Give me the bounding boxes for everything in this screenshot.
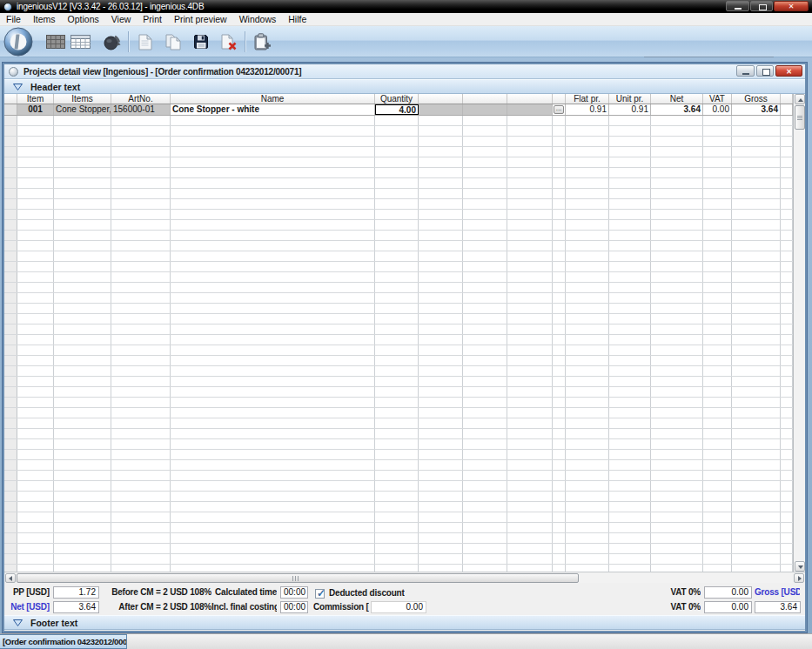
doc-restore-button[interactable] <box>756 65 774 77</box>
footer-text-section-bar[interactable]: Footer text <box>4 615 805 630</box>
right-arrow-icon <box>798 576 802 581</box>
pp-field[interactable]: 1.72 <box>53 586 99 599</box>
clipboard-add-button[interactable] <box>251 29 275 55</box>
vertical-scroll-thumb[interactable] <box>795 105 805 130</box>
table-view-button[interactable] <box>68 29 92 55</box>
cell-empty <box>781 104 793 115</box>
copy-icon <box>165 34 181 50</box>
maximize-button[interactable] <box>750 1 773 11</box>
grid-column <box>651 94 703 572</box>
save-floppy-icon <box>193 34 209 50</box>
menu-windows[interactable]: Windows <box>233 13 283 26</box>
taskbar-item-active[interactable]: [Order confirmation 04232012/00071] <box>0 634 127 649</box>
cell-empty[interactable] <box>507 104 553 115</box>
toolbar: Apply filter after search? <box>0 26 812 57</box>
col-header-empty[interactable] <box>463 94 507 104</box>
cell-net[interactable]: 3.64 <box>651 104 703 115</box>
collapse-triangle-icon[interactable] <box>13 84 23 90</box>
collapse-triangle-icon[interactable] <box>13 619 23 626</box>
scroll-down-button[interactable] <box>795 561 805 572</box>
save-button[interactable] <box>189 29 213 55</box>
cell-artno[interactable]: 156000-01 <box>111 104 171 115</box>
more-options-button[interactable]: ... <box>554 105 564 114</box>
scroll-left-button[interactable] <box>5 573 16 583</box>
col-header-vat[interactable]: VAT <box>703 94 732 104</box>
incl-final-costing-label: Incl. final costing <box>211 601 277 613</box>
menu-hilfe[interactable]: Hilfe <box>282 13 312 26</box>
vat-row2-field[interactable]: 0.00 <box>704 601 752 613</box>
grid-icon <box>46 35 65 49</box>
vat-row2-label: VAT 0% <box>664 601 701 613</box>
grid-column <box>419 94 463 572</box>
copy-button[interactable] <box>161 29 185 55</box>
cell-item[interactable]: 001 <box>17 104 54 115</box>
new-document-button[interactable] <box>133 29 158 55</box>
mdi-workspace: Projects detail view [Ingenious] - [Orde… <box>0 57 812 633</box>
row-gutter[interactable] <box>4 104 17 115</box>
grid-view-button[interactable] <box>44 29 68 55</box>
grid-column <box>781 94 793 572</box>
horizontal-scrollbar[interactable] <box>4 572 805 583</box>
vat-row1-field[interactable]: 0.00 <box>704 586 752 599</box>
scroll-right-button[interactable] <box>794 573 804 583</box>
menu-print[interactable]: Print <box>137 13 168 26</box>
document-titlebar[interactable]: Projects detail view [Ingenious] - [Orde… <box>4 64 805 79</box>
cell-quantity-editing[interactable]: 4.00 <box>375 104 419 115</box>
totals-panel: PP [USD] 1.72 Before CM = 2 USD 108% Cal… <box>4 583 805 615</box>
calculated-time-field[interactable]: 00:00 <box>280 586 308 599</box>
col-header-gross[interactable]: Gross <box>732 94 781 104</box>
col-header-item[interactable]: Item <box>17 94 54 104</box>
app-titlebar: ingeniousV12 [V3.3.42 - 26.03.12] - inge… <box>0 0 812 13</box>
grid-column <box>54 94 111 572</box>
menu-view[interactable]: View <box>105 13 138 26</box>
deducted-discount-checkbox[interactable] <box>315 589 325 599</box>
cell-empty[interactable] <box>463 104 507 115</box>
horizontal-scroll-thumb[interactable] <box>17 573 579 583</box>
application-window: ingeniousV12 [V3.3.42 - 26.03.12] - inge… <box>0 0 812 649</box>
gross-total-field[interactable]: 3.64 <box>755 601 801 613</box>
pp-label: PP [USD] <box>6 586 50 599</box>
menu-print-preview[interactable]: Print preview <box>168 13 233 26</box>
incl-final-costing-field[interactable]: 00:00 <box>280 601 308 613</box>
sync-button[interactable] <box>100 29 124 55</box>
menu-file[interactable]: File <box>0 13 27 26</box>
menu-items[interactable]: Items <box>27 13 62 26</box>
close-button[interactable] <box>774 1 809 11</box>
cell-empty[interactable] <box>419 104 463 115</box>
cell-name[interactable]: Cone Stopper - white <box>171 104 375 115</box>
vertical-scrollbar[interactable] <box>793 94 805 572</box>
ingenious-logo-button[interactable] <box>2 26 35 57</box>
col-header-more[interactable] <box>553 94 566 104</box>
cell-flat-price[interactable]: 0.91 <box>566 104 609 115</box>
table-row[interactable]: 001 Cone Stopper, w 156000-01 Cone Stopp… <box>4 104 793 116</box>
col-header-unit-price[interactable]: Unit pr. <box>609 94 651 104</box>
menu-options[interactable]: Options <box>62 13 105 26</box>
delete-document-button[interactable] <box>217 29 241 55</box>
calculated-time-label: Calculated time <box>211 586 277 599</box>
cell-vat[interactable]: 0.00 <box>703 104 732 115</box>
commission-label: Commission [USD <box>313 601 369 613</box>
net-usd-label: Net [USD] <box>6 601 50 613</box>
grid-columns <box>4 94 793 572</box>
col-header-flat-price[interactable]: Flat pr. <box>566 94 609 104</box>
doc-minimize-button[interactable] <box>736 65 755 77</box>
col-header-quantity[interactable]: Quantity <box>375 94 419 104</box>
cell-items[interactable]: Cone Stopper, w <box>54 104 111 115</box>
scroll-up-button[interactable] <box>795 94 805 104</box>
col-header-net[interactable]: Net <box>651 94 703 104</box>
col-header-empty[interactable] <box>507 94 553 104</box>
commission-field[interactable]: 0.00 <box>371 601 426 613</box>
doc-close-button[interactable] <box>775 65 802 77</box>
cell-gross[interactable]: 3.64 <box>732 104 781 115</box>
thumb-grip-icon <box>797 116 802 120</box>
grid-column <box>732 94 781 572</box>
footer-text-label: Footer text <box>30 618 77 628</box>
col-header-empty[interactable] <box>419 94 463 104</box>
header-text-section-bar[interactable]: Header text <box>4 79 805 94</box>
col-header-name[interactable]: Name <box>171 94 375 104</box>
col-header-artno[interactable]: ArtNo. <box>111 94 171 104</box>
net-field[interactable]: 3.64 <box>53 601 99 613</box>
col-header-items[interactable]: Items <box>54 94 111 104</box>
cell-unit-price[interactable]: 0.91 <box>609 104 651 115</box>
minimize-button[interactable] <box>726 1 749 11</box>
